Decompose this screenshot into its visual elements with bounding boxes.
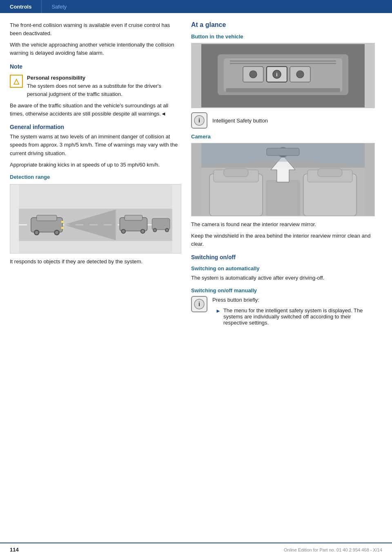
svg-rect-46 [224, 169, 248, 177]
note-warning-p2: Be aware of the traffic situation and th… [10, 102, 181, 118]
general-info-p1: The system warns at two levels of an imm… [10, 133, 181, 157]
main-content: The front-end collision warning is avail… [0, 13, 392, 336]
switching-auto-heading: Switching on automatically [191, 265, 375, 271]
top-navigation: Controls Safety [0, 0, 392, 13]
general-info-p2: Appropriate braking kicks in at speeds o… [10, 161, 181, 169]
arrow-item: ► The menu for the intelligent safety sy… [216, 307, 375, 326]
general-info-heading: General information [10, 124, 181, 130]
camera-heading: Camera [191, 133, 375, 140]
switching-manual-heading: Switching on/off manually [191, 287, 375, 294]
svg-point-22 [166, 229, 168, 231]
detection-range-heading: Detection range [10, 174, 181, 180]
warning-icon: △ [10, 75, 23, 88]
note-text: Personal responsibility The system does … [27, 74, 181, 98]
button-in-vehicle-heading: Button in the vehicle [191, 33, 375, 40]
svg-rect-37 [226, 88, 340, 92]
svg-point-20 [154, 229, 156, 231]
switching-auto-text: The system is automatically active after… [191, 274, 375, 282]
svg-rect-18 [152, 218, 169, 230]
note-body-text: The system does not serve as a substitut… [27, 83, 161, 97]
svg-rect-47 [318, 169, 342, 177]
press-btn-row: i Press button briefly: ► The menu for t… [191, 296, 375, 326]
page-footer: 114 Online Edition for Part no. 01 40 2 … [0, 543, 392, 556]
intro-paragraph-1: The front-end collision warning is avail… [10, 21, 181, 38]
svg-rect-48 [266, 180, 300, 216]
camera-p2: Keep the windshield in the area behind t… [191, 232, 375, 248]
camera-p1: The camera is found near the interior re… [191, 220, 375, 229]
detection-range-caption: It responds to objects if they are detec… [10, 258, 181, 266]
press-btn-content: Press button briefly: ► The menu for the… [212, 296, 375, 326]
svg-point-33 [249, 71, 257, 78]
svg-text:i: i [198, 117, 200, 124]
svg-point-9 [55, 231, 58, 234]
svg-point-34 [296, 71, 304, 78]
vehicle-button-image: i [191, 43, 375, 108]
note-box: △ Personal responsibility The system doe… [10, 74, 181, 98]
svg-rect-36 [230, 63, 336, 64]
isb-row: i Intelligent Safety button [191, 112, 375, 129]
intelligent-safety-button-icon: i [191, 112, 207, 129]
svg-point-7 [35, 231, 38, 234]
svg-rect-5 [37, 215, 57, 221]
tab-safety[interactable]: Safety [41, 0, 76, 13]
arrow-icon: ► [216, 308, 221, 314]
switching-heading: Switching on/off [191, 254, 375, 260]
intro-paragraph-2: With the vehicle approaching another veh… [10, 41, 181, 57]
note-heading: Note [10, 63, 181, 70]
note-bold-text: Personal responsibility [27, 75, 85, 81]
arrow-text: The menu for the intelligent safety syst… [223, 307, 375, 326]
svg-point-17 [141, 230, 144, 233]
at-a-glance-title: At a glance [191, 21, 375, 29]
press-label: Press button briefly: [212, 296, 375, 304]
svg-text:i: i [276, 72, 277, 78]
right-column: At a glance Button in the vehicle i [191, 21, 375, 328]
svg-rect-35 [230, 60, 336, 62]
svg-text:i: i [198, 301, 200, 307]
tab-controls[interactable]: Controls [0, 0, 41, 13]
svg-rect-11 [61, 227, 64, 229]
detection-range-image [10, 184, 181, 254]
svg-rect-10 [61, 221, 64, 223]
press-button-icon: i [191, 296, 207, 312]
page-number: 114 [10, 547, 19, 553]
isb-label: Intelligent Safety button [212, 118, 268, 124]
camera-image [191, 143, 375, 216]
svg-point-15 [122, 230, 125, 233]
left-column: The front-end collision warning is avail… [10, 21, 181, 328]
footer-text: Online Edition for Part no. 01 40 2 954 … [284, 547, 382, 552]
svg-rect-13 [125, 215, 142, 220]
